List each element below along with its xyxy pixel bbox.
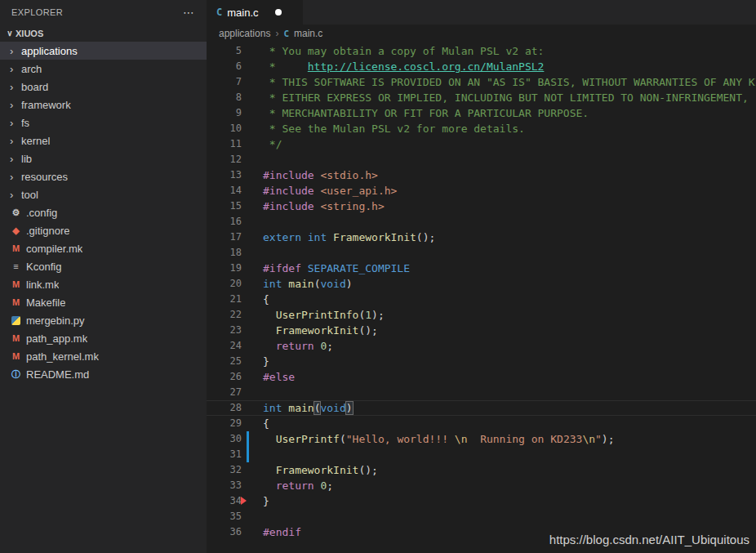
line-number: 25	[207, 354, 242, 369]
code-line[interactable]: 36#endif	[207, 524, 756, 540]
code-line[interactable]: 14#include <user_api.h>	[207, 183, 756, 198]
code-text: * THIS SOFTWARE IS PROVIDED ON AN "AS IS…	[263, 74, 756, 90]
file-label: .config	[26, 207, 57, 219]
explorer-header: EXPLORER ⋯	[0, 0, 207, 25]
code-line[interactable]: 7 * THIS SOFTWARE IS PROVIDED ON AN "AS …	[207, 74, 756, 90]
workspace-name: XIUOS	[16, 29, 43, 38]
breadcrumb-file[interactable]: main.c	[294, 28, 322, 39]
file-label: README.md	[26, 368, 89, 381]
sidebar-file-path_app.mk[interactable]: Mpath_app.mk	[0, 329, 207, 347]
code-text: * You may obtain a copy of Mulan PSL v2 …	[263, 43, 544, 59]
line-number: 23	[207, 323, 242, 338]
chevron-right-icon: ›	[10, 171, 21, 183]
line-number: 28	[207, 400, 242, 416]
sidebar-file-path_kernel.mk[interactable]: Mpath_kernel.mk	[0, 347, 207, 365]
code-line[interactable]: 34}	[207, 493, 756, 509]
gutter-spacer	[247, 167, 255, 183]
makefile-icon: M	[10, 297, 22, 309]
sidebar-file-compiler.mk[interactable]: Mcompiler.mk	[0, 239, 207, 257]
code-line[interactable]: 20int main(void)	[207, 276, 756, 292]
sidebar-file-link.mk[interactable]: Mlink.mk	[0, 275, 207, 293]
gutter-spacer	[247, 230, 255, 245]
workspace-header[interactable]: ∨ XIUOS	[0, 25, 207, 42]
sidebar-file-mergebin.py[interactable]: mergebin.py	[0, 311, 207, 329]
code-line[interactable]: 11 */	[207, 136, 756, 152]
gutter-spacer	[247, 369, 255, 385]
gutter-spacer	[247, 136, 255, 152]
code-line[interactable]: 6 * http://license.coscl.org.cn/MulanPSL…	[207, 59, 756, 74]
breadcrumb-folder[interactable]: applications	[219, 28, 270, 39]
gutter-spacer	[247, 307, 255, 323]
modified-gutter-indicator	[247, 447, 255, 462]
line-number: 18	[207, 245, 242, 261]
file-label: link.mk	[26, 279, 59, 291]
code-text: return 0;	[263, 338, 333, 354]
code-text: extern int FrameworkInit();	[263, 230, 435, 245]
code-line[interactable]: 26#else	[207, 369, 756, 385]
folder-label: resources	[21, 171, 68, 183]
code-text: #else	[263, 369, 295, 385]
line-number: 26	[207, 369, 242, 385]
sidebar-folder-tool[interactable]: ›tool	[0, 185, 207, 203]
code-line[interactable]: 21{	[207, 292, 756, 307]
code-line[interactable]: 15#include <string.h>	[207, 198, 756, 214]
sidebar-folder-arch[interactable]: ›arch	[0, 60, 207, 78]
code-line[interactable]: 8 * EITHER EXPRESS OR IMPLIED, INCLUDING…	[207, 90, 756, 105]
sidebar-folder-fs[interactable]: ›fs	[0, 114, 207, 132]
code-line[interactable]: 27	[207, 385, 756, 400]
code-line[interactable]: 22 UserPrintInfo(1);	[207, 307, 756, 323]
explorer-title: EXPLORER	[11, 7, 63, 17]
unsaved-changes-dot-icon[interactable]	[275, 9, 282, 16]
sidebar-folder-applications[interactable]: ›applications	[0, 42, 207, 60]
code-line[interactable]: 28int main(void)	[207, 400, 756, 416]
code-line[interactable]: 30 UserPrintf("Hello, world!!! \n Runnin…	[207, 431, 756, 447]
sidebar-file-Makefile[interactable]: MMakefile	[0, 293, 207, 311]
code-line[interactable]: 9 * MERCHANTABILITY OR FIT FOR A PARTICU…	[207, 105, 756, 121]
code-line[interactable]: 31	[207, 447, 756, 462]
c-file-icon: C	[216, 7, 222, 18]
code-line[interactable]: 29{	[207, 416, 756, 431]
code-text: FrameworkInit();	[263, 462, 378, 478]
code-line[interactable]: 32 FrameworkInit();	[207, 462, 756, 478]
gutter-spacer	[247, 276, 255, 292]
code-line[interactable]: 35	[207, 509, 756, 524]
sidebar-file-Kconfig[interactable]: ≡Kconfig	[0, 257, 207, 275]
code-line[interactable]: 19#ifdef SEPARATE_COMPILE	[207, 261, 756, 276]
code-line[interactable]: 23 FrameworkInit();	[207, 323, 756, 338]
code-line[interactable]: 10 * See the Mulan PSL v2 for more detai…	[207, 121, 756, 136]
makefile-icon: M	[10, 350, 22, 363]
more-actions-icon[interactable]: ⋯	[183, 6, 195, 19]
code-line[interactable]: 25}	[207, 354, 756, 369]
code-line[interactable]: 17extern int FrameworkInit();	[207, 230, 756, 245]
chevron-right-icon: ›	[10, 99, 21, 111]
code-editor[interactable]: 5 * You may obtain a copy of Mulan PSL v…	[207, 42, 756, 553]
code-text: FrameworkInit();	[263, 323, 378, 338]
sidebar-folder-board[interactable]: ›board	[0, 78, 207, 96]
tab-main-c[interactable]: C main.c	[207, 0, 303, 25]
code-line[interactable]: 5 * You may obtain a copy of Mulan PSL v…	[207, 43, 756, 59]
code-line[interactable]: 33 return 0;	[207, 478, 756, 493]
sidebar-folder-lib[interactable]: ›lib	[0, 149, 207, 167]
gutter-spacer	[247, 90, 255, 105]
sidebar-folder-framework[interactable]: ›framework	[0, 96, 207, 114]
code-text: #endif	[263, 524, 301, 540]
sidebar-file-.gitignore[interactable]: ◆.gitignore	[0, 221, 207, 239]
code-text: return 0;	[263, 478, 333, 493]
tab-label: main.c	[227, 7, 258, 19]
sidebar-folder-resources[interactable]: ›resources	[0, 167, 207, 185]
code-line[interactable]: 18	[207, 245, 756, 261]
gutter-spacer	[247, 245, 255, 261]
file-label: .gitignore	[26, 225, 69, 237]
sidebar-file-.config[interactable]: ⚙.config	[0, 203, 207, 221]
gutter-spacer	[247, 462, 255, 478]
code-line[interactable]: 13#include <stdio.h>	[207, 167, 756, 183]
code-text: * EITHER EXPRESS OR IMPLIED, INCLUDING B…	[263, 90, 749, 105]
code-line[interactable]: 16	[207, 214, 756, 230]
line-number: 27	[207, 385, 242, 400]
code-line[interactable]: 24 return 0;	[207, 338, 756, 354]
code-line[interactable]: 12	[207, 152, 756, 167]
line-number: 31	[207, 447, 242, 462]
line-number: 36	[207, 524, 242, 540]
sidebar-folder-kernel[interactable]: ›kernel	[0, 132, 207, 149]
sidebar-file-README.md[interactable]: ⓘREADME.md	[0, 365, 207, 383]
